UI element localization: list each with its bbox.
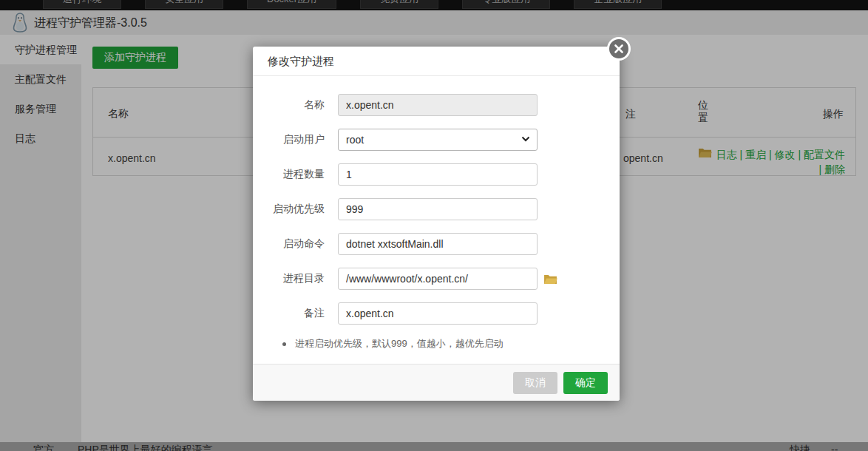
priority-label: 启动优先级 [253,203,338,216]
chevron-down-icon [521,136,530,142]
process-dir-label: 进程目录 [253,272,338,285]
cancel-button[interactable]: 取消 [513,372,557,394]
remark-label: 备注 [253,307,338,320]
confirm-button[interactable]: 确定 [563,372,608,394]
process-dir-field[interactable] [338,268,538,290]
form-row-process-count: 进程数量 [253,163,620,186]
bullet-icon [282,342,286,346]
folder-picker-icon[interactable] [543,274,557,285]
name-field[interactable] [338,94,538,116]
form-row-start-command: 启动命令 [253,233,620,255]
start-command-field[interactable] [338,233,538,255]
start-user-selected-value: root [346,134,364,146]
start-user-label: 启动用户 [253,133,338,146]
start-user-select[interactable]: root [338,129,538,151]
remark-field[interactable] [338,302,538,325]
page: 运行环境安全应用Docker应用免费应用专业版应用企业版应用 进程守护管理器-3… [0,0,868,451]
form-row-start-user: 启动用户root [253,129,620,151]
edit-daemon-modal: 修改守护进程 名称启动用户root进程数量启动优先级启动命令进程目录备注 进程启… [253,47,620,401]
modal-body: 名称启动用户root进程数量启动优先级启动命令进程目录备注 进程启动优先级，默认… [253,76,620,350]
start-command-label: 启动命令 [253,237,338,251]
name-label: 名称 [253,98,338,112]
form-row-remark: 备注 [253,302,620,325]
modal-note: 进程启动优先级，默认999，值越小，越优先启动 [282,337,620,350]
form-row-name: 名称 [253,94,620,116]
modal-title: 修改守护进程 [253,47,620,76]
form-row-process-dir: 进程目录 [253,268,620,290]
process-count-field[interactable] [338,163,538,186]
priority-field[interactable] [338,198,538,220]
modal-note-text: 进程启动优先级，默认999，值越小，越优先启动 [295,337,503,350]
close-icon[interactable] [607,37,631,61]
process-count-label: 进程数量 [253,168,338,181]
form-row-priority: 启动优先级 [253,198,620,220]
modal-footer: 取消 确定 [253,364,620,401]
